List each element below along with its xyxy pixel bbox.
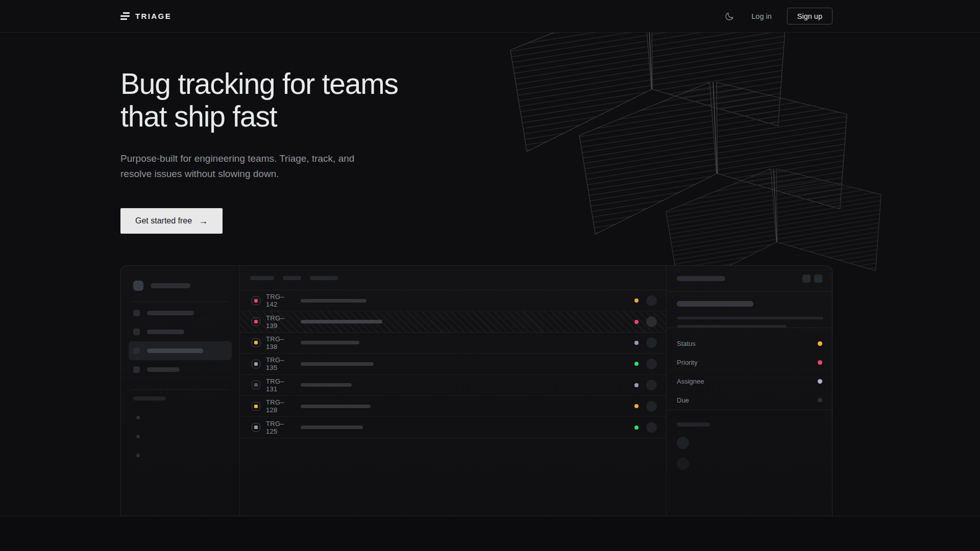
issue-type-icon (252, 402, 260, 411)
detail-field-row: Due (677, 391, 822, 410)
arrow-right-icon: → (199, 216, 208, 226)
panel-action-icon (802, 274, 811, 283)
skeleton-bar (147, 367, 180, 372)
detail-field-row: Priority (677, 353, 822, 372)
skeleton-title (677, 301, 753, 307)
skeleton-bar (151, 283, 190, 288)
moon-icon (725, 12, 734, 21)
issue-type-icon (252, 296, 260, 305)
comment-avatar-placeholder (677, 458, 689, 470)
workspace-row (133, 280, 227, 291)
field-label: Due (677, 396, 689, 404)
page-title: Bug tracking for teams that ship fast (120, 67, 832, 133)
field-value-dot (818, 341, 822, 346)
assignee-avatar (646, 316, 657, 327)
issue-title-skeleton (301, 362, 374, 366)
sidebar-item-active (129, 341, 232, 360)
sidebar-dot (136, 435, 140, 438)
issue-type-icon (252, 423, 260, 432)
detail-field-row: Assignee (677, 372, 822, 391)
skeleton-bar (147, 311, 194, 315)
field-value-dot (818, 398, 822, 403)
issue-row: TRG–142 (240, 290, 666, 311)
issue-row: TRG–138 (240, 333, 666, 354)
issue-id: TRG–135 (266, 356, 291, 371)
detail-fields: Status Priority Assignee Due (677, 334, 822, 410)
assignee-avatar (646, 380, 657, 390)
field-label: Priority (677, 359, 697, 366)
detail-field-row: Status (677, 334, 822, 353)
skeleton-tab (283, 276, 301, 280)
issue-id: TRG–125 (266, 420, 291, 435)
issue-type-icon (252, 381, 260, 389)
issue-title-skeleton (301, 383, 352, 387)
hero-subtitle: Purpose-built for engineering teams. Tri… (120, 151, 832, 182)
skeleton-bar (677, 276, 725, 281)
issue-list-panel: TRG–142 TRG–139 TRG–138 TRG–135 (240, 266, 666, 516)
skeleton-bar (147, 330, 184, 334)
issue-row: TRG–139 (240, 311, 666, 332)
issue-type-icon (252, 338, 260, 347)
status-dot (634, 341, 639, 345)
issue-id: TRG–138 (266, 335, 291, 350)
assignee-avatar (646, 401, 657, 412)
issue-title-skeleton (301, 425, 363, 429)
sidebar-dot (136, 416, 140, 419)
sidebar-item-icon (133, 366, 140, 373)
status-dot (634, 425, 639, 430)
skeleton-line (677, 317, 823, 319)
below-fold-section (0, 516, 980, 550)
field-value-dot (818, 379, 822, 384)
triage-logo-icon (120, 12, 130, 20)
get-started-button[interactable]: Get started free → (120, 208, 223, 234)
mockup-sidebar (121, 266, 240, 516)
login-link[interactable]: Log in (751, 12, 772, 20)
status-dot (634, 320, 639, 324)
skeleton-tab (310, 276, 338, 280)
issue-row: TRG–125 (240, 417, 666, 438)
brand-logo[interactable]: TRIAGE (120, 12, 172, 20)
detail-header (677, 266, 822, 291)
issue-list: TRG–142 TRG–139 TRG–138 TRG–135 (240, 290, 666, 438)
issue-type-icon (252, 317, 260, 326)
assignee-avatar (646, 337, 657, 348)
issue-list-header (240, 266, 666, 290)
detail-actions (802, 274, 822, 283)
issue-row: TRG–131 (240, 375, 666, 396)
skeleton-bar (147, 348, 203, 353)
sidebar-dot (136, 454, 140, 457)
field-label: Assignee (677, 378, 704, 385)
sidebar-item-icon (133, 310, 140, 316)
status-dot (634, 298, 639, 303)
assignee-avatar (646, 359, 657, 369)
detail-panel: Status Priority Assignee Due (666, 266, 832, 516)
field-value-dot (818, 360, 822, 365)
skeleton-section-label (133, 396, 166, 400)
sidebar-item-icon (133, 329, 140, 335)
field-label: Status (677, 340, 696, 347)
issue-title-skeleton (301, 341, 359, 344)
status-dot (634, 383, 639, 387)
hero-section: Bug tracking for teams that ship fast Pu… (0, 33, 980, 516)
issue-row: TRG–135 (240, 354, 666, 374)
issue-id: TRG–142 (266, 293, 291, 308)
issue-id: TRG–131 (266, 378, 291, 393)
status-dot (634, 362, 639, 366)
assignee-avatar (646, 422, 657, 433)
sidebar-item (129, 360, 232, 379)
status-dot (634, 404, 639, 408)
issue-type-icon (252, 360, 260, 368)
issue-id: TRG–128 (266, 398, 291, 414)
signup-button[interactable]: Sign up (787, 8, 832, 24)
brand-name: TRIAGE (135, 12, 172, 20)
issue-row: TRG–128 (240, 396, 666, 417)
sidebar-item (129, 304, 232, 322)
issue-title-skeleton (301, 320, 382, 323)
sidebar-item-icon (133, 347, 140, 354)
comment-avatar-placeholder (677, 437, 689, 449)
skeleton-bar (677, 422, 710, 427)
theme-toggle-button[interactable] (723, 10, 736, 23)
assignee-avatar (646, 295, 657, 306)
skeleton-tab (250, 276, 274, 280)
issue-title-skeleton (301, 299, 366, 303)
